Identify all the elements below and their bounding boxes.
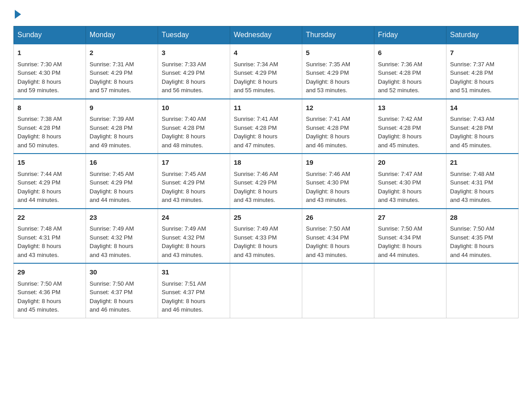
day-info: Sunrise: 7:42 AMSunset: 4:28 PMDaylight:…	[378, 115, 442, 150]
day-info: Sunrise: 7:47 AMSunset: 4:30 PMDaylight:…	[378, 170, 442, 205]
day-number: 4	[234, 48, 298, 58]
day-number: 19	[306, 158, 370, 168]
calendar-week-row: 1Sunrise: 7:30 AMSunset: 4:30 PMDaylight…	[14, 44, 519, 99]
calendar-day-cell: 17Sunrise: 7:45 AMSunset: 4:29 PMDayligh…	[158, 154, 230, 209]
calendar-day-cell: 14Sunrise: 7:43 AMSunset: 4:28 PMDayligh…	[446, 99, 519, 154]
calendar-day-cell: 8Sunrise: 7:38 AMSunset: 4:28 PMDaylight…	[14, 99, 86, 154]
day-number: 18	[234, 158, 298, 168]
calendar-day-cell: 19Sunrise: 7:46 AMSunset: 4:30 PMDayligh…	[302, 154, 374, 209]
logo	[13, 9, 21, 17]
day-info: Sunrise: 7:31 AMSunset: 4:29 PMDaylight:…	[90, 60, 154, 95]
day-info: Sunrise: 7:46 AMSunset: 4:29 PMDaylight:…	[234, 170, 298, 205]
calendar-day-cell: 16Sunrise: 7:45 AMSunset: 4:29 PMDayligh…	[86, 154, 158, 209]
day-info: Sunrise: 7:50 AMSunset: 4:37 PMDaylight:…	[90, 279, 154, 314]
calendar-day-cell: 18Sunrise: 7:46 AMSunset: 4:29 PMDayligh…	[230, 154, 302, 209]
day-number: 1	[17, 48, 82, 58]
day-info: Sunrise: 7:44 AMSunset: 4:29 PMDaylight:…	[17, 170, 82, 205]
calendar-week-row: 8Sunrise: 7:38 AMSunset: 4:28 PMDaylight…	[14, 99, 519, 154]
page-header	[13, 9, 519, 17]
calendar-day-cell: 21Sunrise: 7:48 AMSunset: 4:31 PMDayligh…	[446, 154, 519, 209]
day-of-week-header: Saturday	[446, 26, 519, 44]
day-info: Sunrise: 7:43 AMSunset: 4:28 PMDaylight:…	[450, 115, 515, 150]
calendar-day-cell	[230, 263, 302, 318]
day-of-week-header: Friday	[374, 26, 446, 44]
calendar-day-cell	[446, 263, 519, 318]
day-info: Sunrise: 7:39 AMSunset: 4:28 PMDaylight:…	[90, 115, 154, 150]
day-info: Sunrise: 7:37 AMSunset: 4:28 PMDaylight:…	[450, 60, 515, 95]
logo-arrow-icon	[15, 10, 21, 19]
calendar-day-cell: 7Sunrise: 7:37 AMSunset: 4:28 PMDaylight…	[446, 44, 519, 99]
day-info: Sunrise: 7:51 AMSunset: 4:37 PMDaylight:…	[162, 279, 226, 314]
day-number: 14	[450, 103, 515, 113]
day-number: 23	[90, 213, 154, 223]
calendar-table: SundayMondayTuesdayWednesdayThursdayFrid…	[13, 26, 519, 318]
day-number: 11	[234, 103, 298, 113]
day-number: 9	[90, 103, 154, 113]
calendar-day-cell: 27Sunrise: 7:50 AMSunset: 4:34 PMDayligh…	[374, 209, 446, 264]
calendar-day-cell: 25Sunrise: 7:49 AMSunset: 4:33 PMDayligh…	[230, 209, 302, 264]
day-number: 30	[90, 267, 154, 278]
day-info: Sunrise: 7:38 AMSunset: 4:28 PMDaylight:…	[17, 115, 82, 150]
day-info: Sunrise: 7:34 AMSunset: 4:29 PMDaylight:…	[234, 60, 298, 95]
calendar-day-cell: 24Sunrise: 7:49 AMSunset: 4:32 PMDayligh…	[158, 209, 230, 264]
day-info: Sunrise: 7:50 AMSunset: 4:34 PMDaylight:…	[378, 224, 442, 259]
calendar-day-cell: 26Sunrise: 7:50 AMSunset: 4:34 PMDayligh…	[302, 209, 374, 264]
day-info: Sunrise: 7:36 AMSunset: 4:28 PMDaylight:…	[378, 60, 442, 95]
day-number: 8	[17, 103, 82, 113]
day-number: 16	[90, 158, 154, 168]
calendar-day-cell: 5Sunrise: 7:35 AMSunset: 4:29 PMDaylight…	[302, 44, 374, 99]
day-of-week-header: Tuesday	[158, 26, 230, 44]
day-number: 26	[306, 213, 370, 223]
day-info: Sunrise: 7:49 AMSunset: 4:33 PMDaylight:…	[234, 224, 298, 259]
day-info: Sunrise: 7:41 AMSunset: 4:28 PMDaylight:…	[306, 115, 370, 150]
day-number: 20	[378, 158, 442, 168]
calendar-week-row: 29Sunrise: 7:50 AMSunset: 4:36 PMDayligh…	[14, 263, 519, 318]
day-info: Sunrise: 7:45 AMSunset: 4:29 PMDaylight:…	[162, 170, 226, 205]
day-of-week-header: Monday	[86, 26, 158, 44]
day-number: 5	[306, 48, 370, 58]
calendar-day-cell	[374, 263, 446, 318]
calendar-day-cell: 1Sunrise: 7:30 AMSunset: 4:30 PMDaylight…	[14, 44, 86, 99]
calendar-day-cell: 31Sunrise: 7:51 AMSunset: 4:37 PMDayligh…	[158, 263, 230, 318]
day-info: Sunrise: 7:40 AMSunset: 4:28 PMDaylight:…	[162, 115, 226, 150]
calendar-day-cell: 4Sunrise: 7:34 AMSunset: 4:29 PMDaylight…	[230, 44, 302, 99]
calendar-day-cell: 15Sunrise: 7:44 AMSunset: 4:29 PMDayligh…	[14, 154, 86, 209]
day-info: Sunrise: 7:33 AMSunset: 4:29 PMDaylight:…	[162, 60, 226, 95]
day-info: Sunrise: 7:45 AMSunset: 4:29 PMDaylight:…	[90, 170, 154, 205]
day-number: 3	[162, 48, 226, 58]
calendar-day-cell: 9Sunrise: 7:39 AMSunset: 4:28 PMDaylight…	[86, 99, 158, 154]
calendar-day-cell	[302, 263, 374, 318]
calendar-day-cell: 23Sunrise: 7:49 AMSunset: 4:32 PMDayligh…	[86, 209, 158, 264]
day-info: Sunrise: 7:30 AMSunset: 4:30 PMDaylight:…	[17, 60, 82, 95]
calendar-week-row: 15Sunrise: 7:44 AMSunset: 4:29 PMDayligh…	[14, 154, 519, 209]
day-number: 6	[378, 48, 442, 58]
calendar-day-cell: 22Sunrise: 7:48 AMSunset: 4:31 PMDayligh…	[14, 209, 86, 264]
calendar-day-cell: 30Sunrise: 7:50 AMSunset: 4:37 PMDayligh…	[86, 263, 158, 318]
day-info: Sunrise: 7:49 AMSunset: 4:32 PMDaylight:…	[162, 224, 226, 259]
day-number: 24	[162, 213, 226, 223]
calendar-day-cell: 11Sunrise: 7:41 AMSunset: 4:28 PMDayligh…	[230, 99, 302, 154]
day-info: Sunrise: 7:48 AMSunset: 4:31 PMDaylight:…	[17, 224, 82, 259]
day-number: 31	[162, 267, 226, 278]
day-info: Sunrise: 7:46 AMSunset: 4:30 PMDaylight:…	[306, 170, 370, 205]
day-number: 28	[450, 213, 515, 223]
calendar-day-cell: 29Sunrise: 7:50 AMSunset: 4:36 PMDayligh…	[14, 263, 86, 318]
calendar-day-cell: 20Sunrise: 7:47 AMSunset: 4:30 PMDayligh…	[374, 154, 446, 209]
calendar-day-cell: 3Sunrise: 7:33 AMSunset: 4:29 PMDaylight…	[158, 44, 230, 99]
calendar-day-cell: 12Sunrise: 7:41 AMSunset: 4:28 PMDayligh…	[302, 99, 374, 154]
day-of-week-header: Thursday	[302, 26, 374, 44]
calendar-day-cell: 13Sunrise: 7:42 AMSunset: 4:28 PMDayligh…	[374, 99, 446, 154]
day-info: Sunrise: 7:49 AMSunset: 4:32 PMDaylight:…	[90, 224, 154, 259]
day-info: Sunrise: 7:50 AMSunset: 4:34 PMDaylight:…	[306, 224, 370, 259]
day-of-week-header: Wednesday	[230, 26, 302, 44]
day-number: 12	[306, 103, 370, 113]
day-info: Sunrise: 7:35 AMSunset: 4:29 PMDaylight:…	[306, 60, 370, 95]
calendar-header-row: SundayMondayTuesdayWednesdayThursdayFrid…	[14, 26, 519, 44]
calendar-day-cell: 10Sunrise: 7:40 AMSunset: 4:28 PMDayligh…	[158, 99, 230, 154]
day-number: 29	[17, 267, 82, 278]
calendar-week-row: 22Sunrise: 7:48 AMSunset: 4:31 PMDayligh…	[14, 209, 519, 264]
day-number: 25	[234, 213, 298, 223]
calendar-day-cell: 2Sunrise: 7:31 AMSunset: 4:29 PMDaylight…	[86, 44, 158, 99]
day-number: 15	[17, 158, 82, 168]
calendar-day-cell: 6Sunrise: 7:36 AMSunset: 4:28 PMDaylight…	[374, 44, 446, 99]
